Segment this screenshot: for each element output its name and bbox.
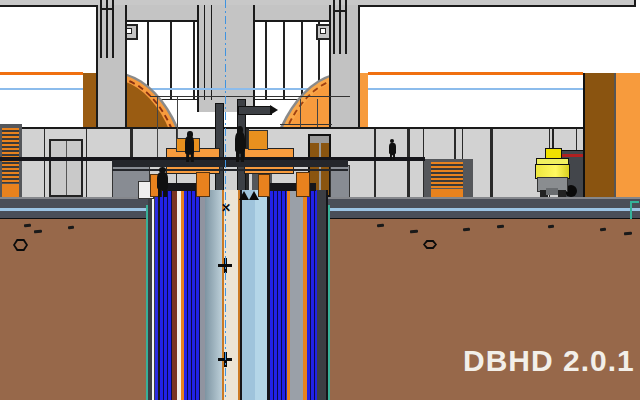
- wall-panel-joint: [407, 129, 410, 199]
- wall-panel-joint: [86, 129, 87, 199]
- left-vent-sill: [2, 184, 19, 197]
- stone-mark: [600, 228, 606, 232]
- machine-foot: [558, 190, 566, 197]
- wellhead-main-beam: [112, 160, 348, 167]
- cad-drawing-canvas: ✕ DBHD 2.0.1: [0, 0, 640, 400]
- wall-panel-joint: [44, 129, 45, 199]
- worker-in-hall-right-silhouette: [388, 139, 397, 160]
- orange-level-line-left: [0, 72, 83, 75]
- derrick-top-beam: [238, 106, 272, 115]
- excavation-marker-right-edge: [630, 201, 639, 203]
- right-vent-sill: [431, 189, 463, 197]
- stone-mark: [624, 232, 632, 236]
- stone-mark: [497, 225, 504, 229]
- stone-mark: [410, 230, 418, 234]
- excavation-marker-right-edge: [630, 201, 632, 220]
- stone-mark: [463, 228, 470, 232]
- wellhead-frame-line: [317, 99, 318, 127]
- hall-door-left: [49, 139, 83, 197]
- orange-level-line-right: [368, 72, 583, 75]
- boulder-hexagon-symbol: [423, 240, 437, 249]
- machine-step: [546, 188, 558, 195]
- wellhead-orange-block: [258, 174, 270, 197]
- wall-panel-joint: [490, 129, 493, 199]
- valve-marker: [239, 191, 249, 200]
- borehole-centerline: [225, 0, 226, 400]
- left-louver-vent: [2, 128, 19, 183]
- derrick-beam-arrow: [270, 105, 278, 115]
- right-orange-column: [616, 73, 640, 197]
- headframe-pole: [211, 5, 212, 100]
- stone-mark: [377, 224, 384, 228]
- worker-in-hall-left-silhouette: [155, 167, 170, 197]
- wellhead-lower-beam: [112, 169, 348, 171]
- crane-cable: [552, 127, 554, 150]
- worker-on-platform-right-silhouette: [233, 126, 247, 162]
- right-brown-column: [583, 73, 616, 197]
- wellhead-frame-line: [280, 124, 332, 125]
- wellhead-orange-block: [296, 172, 310, 197]
- wellhead-frame-line: [150, 96, 350, 97]
- foundation-slab: [0, 197, 640, 220]
- wellhead-frame-line: [300, 99, 301, 127]
- wellhead-orange-block: [196, 172, 210, 197]
- right-mast-tie: [333, 10, 347, 12]
- stone-mark: [34, 230, 42, 234]
- stone-mark: [68, 226, 74, 230]
- right-louver-vent: [431, 162, 463, 188]
- valve-marker: [249, 191, 259, 200]
- platform-crate: [248, 130, 268, 150]
- right-mast: [333, 0, 335, 54]
- version-watermark: DBHD 2.0.1: [463, 344, 635, 378]
- stone-mark: [24, 224, 31, 228]
- right-mast: [339, 0, 341, 54]
- left-mast-tie: [100, 8, 114, 10]
- headframe-pole: [204, 5, 205, 100]
- boulder-hexagon-symbol: [13, 239, 28, 251]
- wellhead-frame-line: [157, 97, 158, 159]
- right-mast: [345, 0, 347, 54]
- worker-on-platform-left-silhouette: [184, 131, 196, 162]
- wall-panel-joint: [374, 129, 376, 199]
- groundwater-line: [0, 208, 640, 211]
- stone-mark: [548, 225, 554, 229]
